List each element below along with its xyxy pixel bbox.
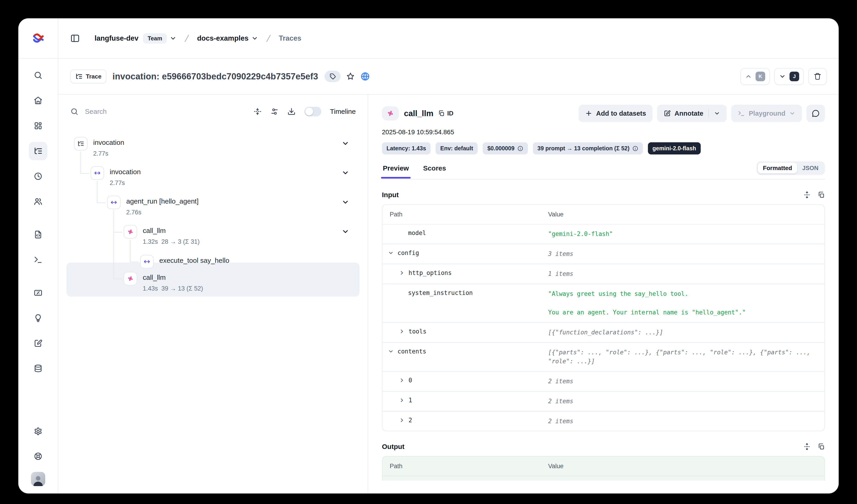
row-chevron-right-icon[interactable] [399, 397, 405, 403]
sidebar-item-annotation[interactable] [29, 334, 47, 353]
table-row-2[interactable]: 22 items [382, 412, 824, 431]
tree-settings-icon[interactable] [270, 107, 279, 116]
trace-header-row: Trace invocation: e59666703bedc7090229c4… [58, 59, 839, 95]
button-divider [708, 109, 709, 118]
observation-title: call_llm [404, 109, 433, 118]
tree-node-label: invocation [110, 168, 141, 176]
sidebar-item-dashboards[interactable] [29, 117, 47, 135]
breadcrumb-project[interactable]: docs-examples [197, 34, 249, 43]
tree-node-call_llm[interactable]: call_llm1.32s 28 → 3 (Σ 31) [66, 225, 360, 252]
badge-label: $0.000009 [487, 145, 514, 152]
info-icon[interactable] [517, 146, 523, 151]
tree-search-input[interactable] [84, 107, 253, 116]
span-icon [107, 196, 121, 209]
table-row-system_instruction[interactable]: system_instruction"Always greet using th… [382, 284, 824, 323]
download-icon[interactable] [287, 107, 296, 116]
badge-label: Env: default [440, 145, 473, 152]
sidebar-item-prompts[interactable] [29, 225, 47, 244]
tab-preview[interactable]: Preview [382, 163, 410, 174]
sidebar-item-home[interactable] [29, 91, 47, 110]
table-row-model[interactable]: model"gemini-2.0-flash" [382, 224, 824, 245]
timeline-toggle[interactable] [304, 107, 321, 116]
table-row-1[interactable]: 12 items [382, 392, 824, 412]
sidebar-item-tracing[interactable] [29, 142, 47, 160]
row-chevron-down-icon[interactable] [388, 348, 394, 354]
row-chevron-right-icon[interactable] [399, 270, 405, 276]
collapse-all-icon[interactable] [253, 107, 262, 116]
project-switcher-chevron-icon[interactable] [251, 35, 258, 42]
tree-node-duration: 1.32s 28 → 3 (Σ 31) [143, 238, 200, 245]
org-switcher-chevron-icon[interactable] [170, 35, 177, 42]
info-icon[interactable] [632, 146, 638, 151]
metric-badge: Env: default [436, 142, 477, 154]
bookmark-star-icon[interactable] [346, 72, 355, 81]
playground-label: Playground [749, 110, 785, 117]
tree-node-call_llm[interactable]: call_llm1.43s 39 → 13 (Σ 52) [66, 272, 360, 299]
tree-node-invocation[interactable]: invocation2.77s [66, 137, 360, 164]
tree-node-invocation[interactable]: invocation2.77s [66, 166, 360, 194]
copy-section-icon[interactable] [818, 443, 825, 450]
copy-section-icon[interactable] [818, 191, 825, 199]
tree-node-collapse-chevron-icon[interactable] [341, 198, 349, 206]
trace-type-badge[interactable]: Trace [70, 69, 106, 83]
table-row-contents[interactable]: contents[{"parts": ..., "role": ...}, {"… [382, 343, 824, 372]
comments-button[interactable] [807, 105, 825, 122]
table-row-config[interactable]: config3 items [382, 245, 824, 264]
table-row-tools[interactable]: tools[{"function_declarations": ...}] [382, 323, 824, 343]
user-avatar[interactable] [31, 472, 45, 486]
table-header: PathValue [382, 456, 824, 476]
annotate-button[interactable]: Annotate [657, 105, 727, 122]
tree-node-agent_run-hello_agent-[interactable]: agent_run [hello_agent]2.76s [66, 196, 360, 223]
prev-trace-button[interactable]: K [740, 68, 770, 85]
tree-node-collapse-chevron-icon[interactable] [341, 139, 349, 147]
row-chevron-down-icon[interactable] [388, 250, 394, 256]
sidebar-item-evaluation[interactable] [29, 284, 47, 302]
trace-title: invocation: e59666703bedc7090229c4b7357e… [113, 72, 318, 82]
expand-section-icon[interactable] [803, 191, 811, 199]
tree-node-collapse-chevron-icon[interactable] [341, 169, 349, 177]
row-value: "Always greet using the say_hello tool.Y… [548, 289, 824, 317]
add-to-datasets-button[interactable]: Add to datasets [578, 105, 653, 122]
delete-trace-button[interactable] [808, 68, 827, 85]
sidebar-item-search[interactable] [29, 66, 47, 84]
breadcrumb-organization[interactable]: langfuse-dev [95, 34, 138, 43]
tab-scores[interactable]: Scores [422, 163, 447, 174]
langfuse-logo[interactable] [18, 18, 58, 59]
public-globe-icon[interactable] [360, 72, 370, 81]
sidebar-item-playground[interactable] [29, 251, 47, 269]
row-value: 2 items [548, 397, 824, 406]
sidebar-item-support[interactable] [29, 447, 47, 466]
row-chevron-right-icon[interactable] [399, 417, 405, 423]
table-row-content[interactable]: content2 items [382, 476, 824, 481]
row-chevron-right-icon[interactable] [399, 329, 405, 334]
support-icon [34, 452, 43, 461]
copy-id-button[interactable]: ID [438, 110, 453, 117]
expand-section-icon[interactable] [803, 443, 811, 450]
tree-node-execute_tool-say_hello[interactable]: execute_tool say_hello [66, 255, 360, 269]
sidebar-item-users[interactable] [29, 192, 47, 211]
observation-tree: invocation2.77sinvocation2.77sagent_run … [66, 130, 360, 493]
annotation-icon [34, 339, 43, 348]
metric-badge: $0.000009 [483, 142, 528, 154]
row-value: "gemini-2.0-flash" [548, 230, 824, 238]
detail-scroll-area[interactable]: call_llm ID Add to datasets [368, 95, 839, 481]
playground-button[interactable]: Playground [731, 105, 802, 122]
panel-left-toggle-icon[interactable] [70, 34, 80, 43]
row-chevron-right-icon[interactable] [399, 377, 405, 383]
tree-node-collapse-chevron-icon[interactable] [341, 228, 349, 235]
sidebar-item-settings[interactable] [29, 422, 47, 441]
prev-shortcut-key: K [756, 72, 765, 81]
row-value: [{"parts": ..., "role": ...}, {"parts": … [548, 348, 824, 366]
next-trace-button[interactable]: J [774, 68, 804, 85]
table-row-http_options[interactable]: http_options1 items [382, 264, 824, 284]
row-value: 3 items [548, 250, 824, 258]
breadcrumb-slash-icon [264, 34, 273, 43]
tag-button[interactable] [324, 71, 341, 82]
sidebar-item-datasets[interactable] [29, 359, 47, 378]
table-row-0[interactable]: 02 items [382, 372, 824, 392]
sidebar-item-sessions[interactable] [29, 167, 47, 185]
sidebar-item-insights[interactable] [29, 309, 47, 327]
generation-icon [123, 225, 137, 239]
format-option-json[interactable]: JSON [797, 163, 823, 173]
format-option-formatted[interactable]: Formatted [758, 163, 797, 173]
